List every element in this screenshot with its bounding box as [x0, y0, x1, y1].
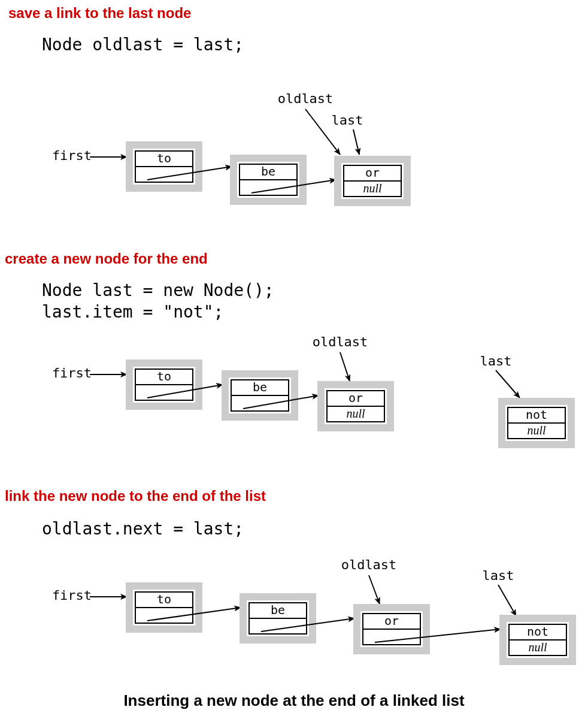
step-3-oldlast-label: oldlast: [341, 557, 397, 572]
step-2-code-0: Node last = new Node();: [42, 280, 274, 300]
step-2-node-be: be: [222, 370, 298, 421]
step-3-node-or: or: [353, 604, 430, 654]
step-3-oldlast-arrow: [369, 575, 380, 604]
svg-text:null: null: [528, 641, 547, 654]
linked-list-diagram: save a link to the last node Node oldlas…: [0, 0, 588, 719]
step-1-last-label: last: [332, 113, 363, 128]
step-2-header: create a new node for the end: [5, 250, 208, 267]
svg-text:or: or: [384, 614, 399, 628]
svg-rect-51: [363, 629, 420, 645]
figure-caption: Inserting a new node at the end of a lin…: [123, 691, 465, 709]
svg-text:to: to: [157, 151, 171, 165]
step-2-node-to: to: [126, 360, 202, 410]
svg-text:null: null: [346, 407, 365, 420]
step-3-first-label: first: [52, 588, 92, 603]
step-2-last-arrow: [496, 370, 520, 398]
step-2-node-or: or null: [317, 381, 394, 431]
step-1-oldlast-label: oldlast: [278, 91, 334, 106]
svg-text:not: not: [526, 407, 547, 422]
svg-text:be: be: [261, 164, 275, 179]
svg-text:to: to: [157, 592, 171, 606]
svg-rect-24: [231, 395, 289, 411]
step-1-node-to: to: [126, 141, 202, 192]
step-3-node-to: to: [126, 582, 202, 633]
svg-rect-19: [135, 385, 193, 400]
step-3-last-arrow: [498, 585, 516, 616]
step-2-first-label: first: [52, 365, 92, 380]
step-2-node-not: not null: [498, 398, 575, 448]
step-3-node-be: be: [240, 593, 316, 644]
step-2-oldlast-arrow: [340, 352, 350, 381]
svg-text:to: to: [157, 369, 171, 383]
step-1-code-0: Node oldlast = last;: [42, 35, 244, 55]
step-3-header: link the new node to the end of the list: [5, 488, 266, 504]
svg-text:be: be: [271, 603, 285, 617]
step-1-node-be: be: [230, 155, 307, 205]
svg-text:not: not: [527, 624, 548, 639]
svg-text:or: or: [365, 165, 380, 180]
svg-text:null: null: [363, 182, 382, 195]
step-3-node-not: not null: [499, 615, 576, 665]
step-1-header: save a link to the last node: [8, 5, 191, 21]
step-1-node-or: or null: [334, 156, 411, 206]
step-3-last-label: last: [483, 568, 514, 583]
svg-text:null: null: [527, 424, 546, 437]
step-3-code-0: oldlast.next = last;: [42, 519, 244, 539]
step-1-last-arrow: [353, 129, 359, 155]
svg-text:be: be: [253, 380, 267, 394]
svg-text:or: or: [348, 391, 363, 405]
step-2-oldlast-label: oldlast: [313, 334, 368, 349]
step-2-last-label: last: [480, 354, 512, 368]
step-1-first-label: first: [52, 148, 92, 163]
step-2-code-1: last.item = "not";: [42, 302, 223, 322]
